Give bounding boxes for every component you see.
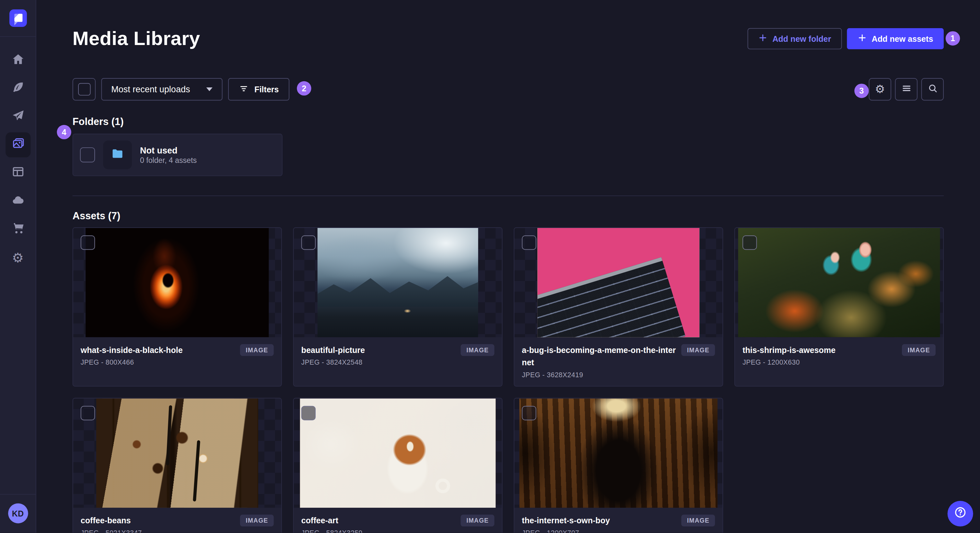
strapi-logo[interactable] (9, 10, 27, 27)
tour-step-badge-2[interactable]: 2 (297, 81, 311, 95)
tour-step-badge-1[interactable]: 1 (946, 31, 960, 45)
media-library-page: ⚙ KD Media Library Add new folder Add ne… (0, 0, 980, 533)
sidebar-item-content[interactable] (5, 76, 30, 101)
asset-type-badge: IMAGE (681, 515, 715, 527)
folder-icon (110, 147, 124, 163)
tour-step-badge-4[interactable]: 4 (57, 125, 71, 139)
asset-meta: JPEG - 1200X707 (522, 529, 715, 533)
asset-type-badge: IMAGE (902, 344, 935, 356)
folders-list: Not used 0 folder, 4 assets (73, 134, 944, 176)
view-settings-button[interactable]: ⚙ (869, 78, 891, 100)
sidebar-item-media-library[interactable] (5, 132, 30, 157)
asset-checkbox[interactable] (301, 235, 316, 250)
sidebar-bottom-divider (0, 494, 36, 495)
asset-type-badge: IMAGE (461, 344, 495, 356)
images-icon (11, 136, 25, 153)
search-icon (927, 83, 938, 96)
asset-thumbnail (294, 399, 502, 508)
asset-meta: JPEG - 1200X630 (743, 359, 935, 366)
help-button[interactable] (948, 501, 973, 527)
asset-meta: JPEG - 5824X3259 (301, 529, 495, 533)
asset-caption: this-shrimp-is-awesome JPEG - 1200X630 I… (735, 337, 943, 386)
asset-image (318, 228, 478, 338)
asset-thumbnail (73, 228, 281, 338)
asset-type-badge: IMAGE (461, 515, 495, 527)
plus-icon (758, 33, 767, 44)
filter-icon (239, 83, 249, 95)
chevron-down-icon (207, 87, 213, 91)
add-new-assets-button[interactable]: Add new assets (847, 28, 944, 49)
asset-image (520, 399, 717, 508)
page-title: Media Library (73, 27, 200, 50)
feather-icon (11, 81, 25, 97)
toolbar-left: Most recent uploads Filters (73, 78, 290, 100)
sidebar-item-home[interactable] (5, 48, 30, 73)
sidebar-item-settings[interactable]: ⚙ (5, 245, 30, 270)
main-content: Media Library Add new folder Add new ass… (36, 0, 980, 533)
sort-dropdown-value: Most recent uploads (111, 84, 190, 94)
asset-caption: the-internet-s-own-boy JPEG - 1200X707 I… (514, 508, 722, 533)
asset-thumbnail (294, 228, 502, 338)
asset-card[interactable]: coffee-beans JPEG - 5021X3347 IMAGE (73, 398, 282, 533)
paper-plane-icon (11, 109, 25, 125)
asset-image (537, 228, 700, 338)
asset-card[interactable]: the-internet-s-own-boy JPEG - 1200X707 I… (514, 398, 723, 533)
add-new-folder-button[interactable]: Add new folder (747, 28, 842, 49)
home-icon (11, 52, 25, 69)
toolbar: Most recent uploads Filters ⚙ (73, 78, 944, 100)
asset-card[interactable]: this-shrimp-is-awesome JPEG - 1200X630 I… (734, 227, 944, 387)
asset-type-badge: IMAGE (240, 344, 274, 356)
sidebar-divider (0, 36, 36, 37)
section-divider (73, 195, 944, 196)
folder-card[interactable]: Not used 0 folder, 4 assets (73, 134, 283, 176)
asset-checkbox[interactable] (81, 235, 95, 250)
asset-card[interactable]: what-s-inside-a-black-hole JPEG - 800X46… (73, 227, 282, 387)
asset-card[interactable]: a-bug-is-becoming-a-meme-on-the-internet… (514, 227, 723, 387)
asset-caption: coffee-art JPEG - 5824X3259 IMAGE (294, 508, 502, 533)
sort-dropdown[interactable]: Most recent uploads (101, 78, 222, 100)
asset-image (96, 399, 258, 508)
select-all-checkbox[interactable] (73, 78, 95, 100)
asset-caption: coffee-beans JPEG - 5021X3347 IMAGE (73, 508, 281, 533)
cloud-icon (11, 193, 25, 209)
layout-icon (11, 165, 25, 181)
sidebar-bottom: KD (0, 494, 36, 533)
asset-meta: JPEG - 800X466 (81, 359, 274, 366)
folder-tile (103, 141, 132, 169)
asset-caption: a-bug-is-becoming-a-meme-on-the-internet… (514, 337, 722, 386)
asset-thumbnail (735, 228, 943, 338)
user-avatar[interactable]: KD (8, 503, 28, 523)
asset-image (86, 228, 269, 338)
checkbox (78, 83, 91, 96)
search-button[interactable] (921, 78, 944, 100)
asset-checkbox[interactable] (743, 235, 757, 250)
gear-icon: ⚙ (12, 251, 24, 264)
sidebar-item-marketplace[interactable] (5, 217, 30, 241)
asset-type-badge: IMAGE (681, 344, 715, 356)
header-actions: Add new folder Add new assets (747, 28, 944, 49)
asset-card[interactable]: coffee-art JPEG - 5824X3259 IMAGE (293, 398, 503, 533)
tour-step-badge-3[interactable]: 3 (854, 84, 869, 98)
sidebar-item-release[interactable] (5, 104, 30, 129)
filters-button[interactable]: Filters (228, 78, 290, 100)
sidebar-item-deploy[interactable] (5, 189, 30, 213)
asset-checkbox[interactable] (301, 406, 316, 420)
sidebar-item-content-type-builder[interactable] (5, 160, 30, 186)
filters-label: Filters (255, 84, 279, 94)
folders-heading: Folders (1) (73, 116, 944, 128)
asset-meta: JPEG - 3824X2548 (301, 359, 495, 366)
asset-card[interactable]: beautiful-picture JPEG - 3824X2548 IMAGE (293, 227, 503, 387)
asset-checkbox[interactable] (81, 406, 95, 420)
asset-image (738, 228, 940, 338)
asset-meta: JPEG - 5021X3347 (81, 529, 274, 533)
toolbar-right: ⚙ (869, 78, 944, 100)
asset-checkbox[interactable] (522, 235, 536, 250)
sidebar-nav: ⚙ (5, 48, 30, 270)
folder-checkbox[interactable] (80, 148, 95, 162)
add-new-assets-label: Add new assets (872, 34, 933, 43)
asset-checkbox[interactable] (522, 406, 536, 420)
cart-icon (11, 221, 25, 237)
question-circle-icon (954, 506, 967, 521)
list-view-button[interactable] (895, 78, 918, 100)
folder-meta: 0 folder, 4 assets (140, 156, 197, 165)
